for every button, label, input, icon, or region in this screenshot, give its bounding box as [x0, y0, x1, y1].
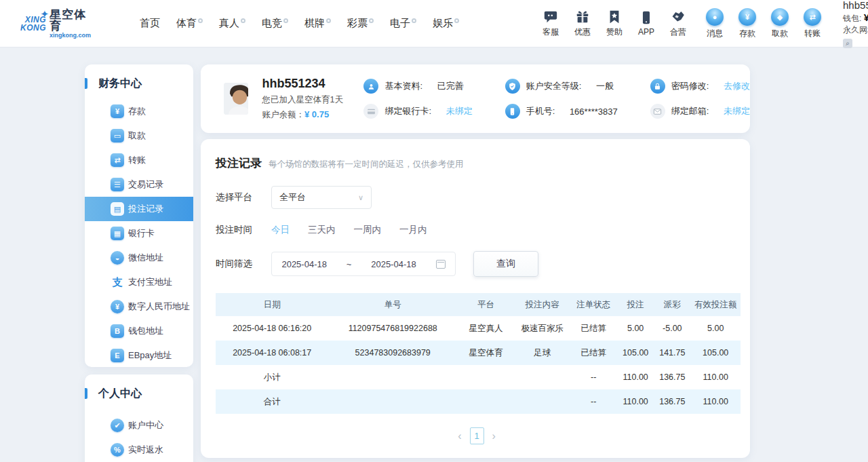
handshake-icon — [671, 9, 686, 24]
nav-lottery[interactable]: 彩票 — [347, 17, 374, 30]
wechat-icon: ◒ — [111, 251, 124, 265]
page-number-1[interactable]: 1 — [470, 427, 484, 444]
wallet-icon: B — [111, 324, 124, 338]
star-icon: ✦ — [40, 8, 49, 20]
date-separator: ~ — [347, 259, 352, 269]
bank-card-icon: ▦ — [111, 227, 124, 240]
promotions-button[interactable]: 优惠 — [571, 9, 594, 38]
betting-records-table: 日期 单号 平台 投注内容 注单状态 投注 派彩 有效投注额 2025-04-1… — [216, 293, 741, 414]
table-row: 2025-04-18 06:16:20 1120975476819922688 … — [216, 316, 741, 341]
sidebar-item-alipay-address[interactable]: 支 支付宝地址 — [85, 270, 193, 294]
toolbar-blue: ● 消息 ¥ 存款 ◆ 取款 ⇄ 转账 — [703, 8, 824, 39]
shield-icon — [505, 79, 520, 94]
col-order-number: 单号 — [328, 293, 457, 316]
betting-records-card: 投注记录 每个场馆的数据将有一定时间的延迟，仅供参考使用 选择平台 全平台 ∨ … — [201, 139, 750, 458]
accent-bar-icon — [85, 78, 87, 89]
platform-select[interactable]: 全平台 ∨ — [271, 186, 372, 209]
sidebar-personal-card: 个人中心 ✔ 账户中心 % 实时返水 — [85, 374, 193, 462]
dropdown-dot-icon — [326, 18, 331, 23]
dropdown-dot-icon — [283, 18, 288, 23]
pagination: ‹ 1 › — [216, 427, 738, 444]
col-payout: 派彩 — [654, 293, 690, 316]
time-filter-month[interactable]: 一月内 — [399, 224, 427, 236]
account-center-icon: ✔ — [111, 419, 124, 432]
sidebar-finance-card: 财务中心 ¥ 存款 ▭ 取款 ⇄ 转账 ☰ 交易记录 ▤ 投注记录 ▦ 银行卡 … — [85, 64, 193, 367]
withdraw-orb-icon: ◆ — [771, 8, 789, 26]
date-to[interactable]: 2025-04-18 — [371, 259, 416, 269]
nav-entertainment[interactable]: 娱乐 — [433, 17, 459, 30]
table-subtotal-row: 小计 -- 110.00 136.75 110.00 — [216, 365, 741, 389]
sidebar-item-wallet-address[interactable]: B 钱包地址 — [85, 319, 193, 343]
sidebar-item-transfer[interactable]: ⇄ 转账 — [85, 148, 193, 172]
withdraw-button[interactable]: ◆ 取款 — [768, 8, 791, 39]
next-page-button[interactable]: › — [492, 430, 496, 442]
affiliate-button[interactable]: 合营 — [667, 9, 690, 38]
dropdown-dot-icon — [369, 18, 374, 23]
site-search-icon[interactable]: ⌕ — [843, 39, 852, 48]
user-panel: hhb551234 VIP0 钱包: ¥0.75 永久网址: xingkong.… — [843, 0, 868, 48]
sidebar-item-deposit[interactable]: ¥ 存款 — [85, 99, 193, 123]
change-password-link[interactable]: 去修改 — [724, 80, 750, 92]
col-bet-amount: 投注 — [617, 293, 654, 316]
sidebar-item-realtime-rebate[interactable]: % 实时返水 — [85, 438, 193, 462]
sponsor-button[interactable]: 赞助 — [603, 9, 626, 38]
mail-icon — [650, 104, 665, 119]
nav-live[interactable]: 真人 — [219, 17, 245, 30]
customer-service-button[interactable]: 客服 — [539, 9, 562, 38]
messages-button[interactable]: ● 消息 — [703, 8, 726, 39]
chat-icon — [543, 9, 558, 24]
profile-security-level: 账户安全等级: 一般 — [505, 79, 618, 94]
nav-chess[interactable]: 棋牌 — [304, 17, 331, 30]
brand-name: 星空体育 — [50, 9, 91, 32]
dropdown-dot-icon — [454, 18, 459, 23]
profile-avatar — [224, 83, 248, 115]
balance-value: ¥ 0.75 — [304, 109, 329, 119]
brand-logo[interactable]: ✦ XING KONG 星空体育 xingkong.com — [20, 9, 91, 39]
status-badge: 已结算 — [570, 341, 617, 365]
dropdown-dot-icon — [241, 18, 245, 23]
table-header-row: 日期 单号 平台 投注内容 注单状态 投注 派彩 有效投注额 — [216, 293, 741, 316]
phone-icon — [639, 10, 654, 25]
site-row: 永久网址: xingkong.com ⌕ — [843, 24, 868, 48]
prev-page-button[interactable]: ‹ — [458, 430, 461, 442]
sidebar-item-account-center[interactable]: ✔ 账户中心 — [85, 413, 193, 438]
bind-email-link[interactable]: 未绑定 — [724, 105, 750, 117]
time-filter-3days[interactable]: 三天内 — [308, 224, 336, 236]
col-platform: 平台 — [457, 293, 515, 316]
logo-text-bottom: KONG — [20, 24, 46, 32]
wallet-balance: ¥0.75 — [864, 12, 868, 23]
sidebar-item-digital-rmb-address[interactable]: ¥ 数字人民币地址 — [85, 294, 193, 319]
query-button[interactable]: 查询 — [473, 251, 538, 277]
sidebar-item-withdraw[interactable]: ▭ 取款 — [85, 123, 193, 148]
time-filter-week[interactable]: 一周内 — [354, 224, 382, 236]
date-from[interactable]: 2025-04-18 — [281, 259, 327, 269]
nav-esports[interactable]: 电竞 — [262, 17, 288, 30]
lock-icon — [650, 79, 665, 94]
phone-icon — [505, 104, 520, 119]
profile-balance: 账户余额：¥ 0.75 — [262, 109, 351, 121]
deposit-button[interactable]: ¥ 存款 — [736, 8, 759, 39]
platform-filter-label: 选择平台 — [216, 191, 256, 204]
nav-home[interactable]: 首页 — [140, 17, 160, 30]
sidebar-item-ebpay-address[interactable]: E EBpay地址 — [85, 343, 193, 367]
chevron-down-icon: ∨ — [358, 193, 363, 202]
date-range-picker[interactable]: 2025-04-18 ~ 2025-04-18 — [271, 252, 456, 276]
time-filter-today[interactable]: 今日 — [271, 224, 290, 236]
transfer-button[interactable]: ⇄ 转账 — [801, 8, 824, 39]
nav-sports[interactable]: 体育 — [176, 17, 203, 30]
sidebar-item-transaction-records[interactable]: ☰ 交易记录 — [85, 172, 193, 197]
bank-card-icon — [363, 104, 378, 119]
quick-time-filters: 今日 三天内 一周内 一月内 — [271, 224, 427, 236]
alipay-icon: 支 — [111, 275, 124, 289]
sidebar-item-wechat-address[interactable]: ◒ 微信地址 — [85, 246, 193, 270]
profile-joined-text: 您已加入星空体育1天 — [262, 94, 351, 106]
nav-slots[interactable]: 电子 — [390, 17, 416, 30]
message-orb-icon: ● — [706, 8, 724, 26]
transfer-orb-icon: ⇄ — [804, 8, 821, 26]
bind-bank-card-link[interactable]: 未绑定 — [446, 105, 473, 117]
profile-card: hhb551234 您已加入星空体育1天 账户余额：¥ 0.75 基本资料: 已… — [201, 64, 750, 133]
sidebar-item-betting-records[interactable]: ▤ 投注记录 — [85, 197, 193, 221]
sidebar-item-bank-card[interactable]: ▦ 银行卡 — [85, 221, 193, 246]
digital-rmb-icon: ¥ — [111, 300, 124, 313]
app-download-button[interactable]: APP — [635, 10, 658, 37]
